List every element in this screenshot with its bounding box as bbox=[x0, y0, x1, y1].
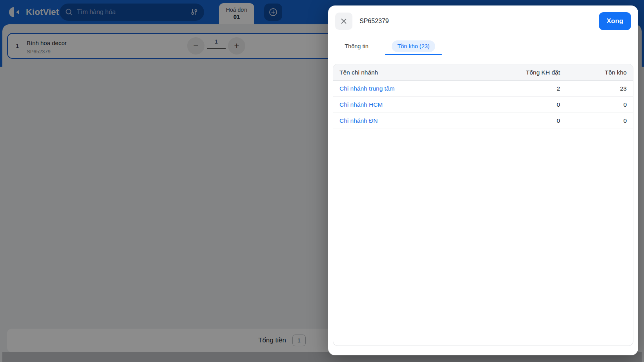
table-row: Chi nhánh HCM 0 0 bbox=[333, 97, 633, 113]
modal-header: SP652379 Xong bbox=[328, 5, 638, 37]
modal-tabs: Thông tin Tồn kho (23) bbox=[328, 37, 638, 55]
pos-screen: KiotViet Tìm hàng hóa Hoá đơn 01 bbox=[0, 0, 644, 362]
tab-ton-kho-label: Tồn kho (23) bbox=[392, 40, 435, 52]
tab-ton-kho[interactable]: Tồn kho (23) bbox=[385, 37, 442, 55]
done-button[interactable]: Xong bbox=[599, 12, 631, 30]
close-modal-button[interactable] bbox=[335, 13, 352, 30]
table-row: Chi nhánh trung tâm 2 23 bbox=[333, 81, 633, 97]
modal-title: SP652379 bbox=[359, 18, 592, 25]
stock-table: Tên chi nhánh Tổng KH đặt Tồn kho Chi nh… bbox=[333, 64, 633, 346]
product-detail-modal: SP652379 Xong Thông tin Tồn kho (23) Tên… bbox=[328, 5, 638, 355]
branch-link[interactable]: Chi nhánh ĐN bbox=[339, 117, 378, 124]
active-tab-underline bbox=[385, 54, 442, 55]
cell-ton-kho: 0 bbox=[566, 117, 633, 124]
close-icon bbox=[340, 18, 347, 25]
cell-kh-dat: 0 bbox=[494, 101, 566, 108]
cell-kh-dat: 0 bbox=[494, 117, 566, 124]
cell-ton-kho: 0 bbox=[566, 101, 633, 108]
header-customer-orders: Tổng KH đặt bbox=[494, 69, 566, 76]
table-row: Chi nhánh ĐN 0 0 bbox=[333, 113, 633, 129]
header-branch-name: Tên chi nhánh bbox=[333, 69, 494, 76]
tab-thong-tin-label: Thông tin bbox=[345, 43, 368, 49]
stock-table-header: Tên chi nhánh Tổng KH đặt Tồn kho bbox=[333, 64, 633, 81]
cell-ton-kho: 23 bbox=[566, 85, 633, 92]
tab-thong-tin[interactable]: Thông tin bbox=[328, 37, 385, 55]
branch-link[interactable]: Chi nhánh HCM bbox=[339, 101, 383, 108]
branch-link[interactable]: Chi nhánh trung tâm bbox=[339, 85, 394, 92]
header-stock: Tồn kho bbox=[566, 69, 633, 76]
cell-kh-dat: 2 bbox=[494, 85, 566, 92]
